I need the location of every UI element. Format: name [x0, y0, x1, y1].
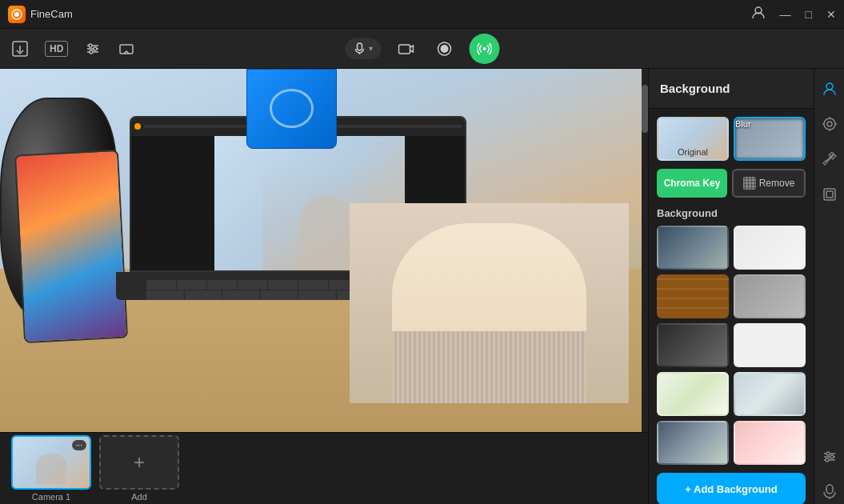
svg-point-9	[90, 50, 93, 54]
svg-rect-10	[120, 45, 133, 54]
chroma-key-button[interactable]: Chroma Key	[657, 169, 727, 198]
camera-button[interactable]	[392, 35, 419, 62]
maximize-icon[interactable]: □	[806, 8, 812, 21]
svg-point-17	[824, 118, 835, 130]
background-section-title: Background	[657, 207, 806, 219]
camera-strip: ··· Camera 1 + Add	[0, 432, 648, 504]
right-panel: Background Original Blur Chroma Key	[648, 69, 814, 504]
panel-title: Background	[660, 82, 730, 95]
preview-scrollbar[interactable]	[642, 69, 648, 432]
app-logo: FineCam	[8, 6, 73, 23]
svg-point-18	[827, 122, 832, 126]
remove-label: Remove	[759, 178, 795, 189]
side-icon-person[interactable]	[818, 77, 842, 101]
add-camera-button[interactable]: +	[99, 435, 179, 490]
background-grid	[657, 226, 806, 465]
toolbar: HD ▾	[0, 29, 844, 69]
preview-area: ··· Camera 1 + Add	[0, 69, 648, 504]
camera-thumb-label: Camera 1	[32, 492, 70, 502]
background-panel: Original Blur Chroma Key Remove Backgrou…	[649, 109, 814, 504]
bg-tile-3[interactable]	[734, 274, 806, 318]
svg-point-7	[89, 44, 92, 47]
svg-point-29	[830, 455, 834, 458]
original-tile[interactable]: Original	[657, 117, 729, 161]
camera-view	[0, 69, 648, 432]
app-title: FineCam	[30, 8, 73, 20]
side-icon-mic[interactable]	[818, 480, 842, 504]
bg-tile-0[interactable]	[657, 226, 729, 270]
side-icon-strip	[814, 69, 844, 504]
svg-point-30	[826, 458, 829, 462]
panel-header: Background	[649, 69, 814, 109]
side-icon-sliders[interactable]	[818, 445, 842, 469]
minimize-icon[interactable]: —	[780, 8, 791, 21]
center-controls: ▾	[345, 34, 499, 64]
hd-button[interactable]: HD	[45, 41, 68, 57]
remove-button[interactable]: Remove	[732, 169, 806, 198]
cast-button[interactable]	[118, 40, 135, 58]
filters-button[interactable]	[84, 40, 102, 58]
scrollbar-thumb[interactable]	[642, 85, 648, 133]
blur-tile[interactable]: Blur	[734, 117, 806, 161]
camera-thumb-menu[interactable]: ···	[72, 440, 86, 450]
side-icon-tools[interactable]	[818, 147, 842, 171]
svg-point-1	[14, 12, 19, 17]
side-icon-layers[interactable]	[818, 182, 842, 206]
svg-point-28	[826, 452, 830, 455]
blue-phone-top	[246, 69, 337, 149]
bg-tile-6[interactable]	[657, 372, 729, 416]
side-icon-effects[interactable]	[818, 112, 842, 136]
blur-label: Blur	[735, 119, 751, 129]
camera-person	[350, 203, 628, 403]
svg-rect-11	[357, 43, 362, 50]
add-camera-label: Add	[131, 492, 147, 502]
bg-tile-1[interactable]	[734, 226, 806, 270]
action-row: Chroma Key Remove	[657, 169, 806, 198]
svg-rect-23	[824, 189, 835, 200]
broadcast-button[interactable]	[469, 34, 499, 64]
svg-rect-24	[826, 191, 833, 198]
camera-thumb-1[interactable]: ···	[11, 435, 91, 490]
bg-tile-5[interactable]	[734, 323, 806, 367]
svg-rect-31	[826, 485, 833, 494]
original-label: Original	[658, 147, 727, 157]
svg-point-8	[94, 47, 97, 50]
tablet	[14, 150, 128, 344]
bg-tile-7[interactable]	[734, 372, 806, 416]
main-area: ··· Camera 1 + Add Background Original	[0, 69, 844, 504]
bg-tile-8[interactable]	[657, 421, 729, 465]
add-background-button[interactable]: + Add Background	[657, 473, 806, 504]
window-controls: — □ ✕	[751, 6, 836, 23]
close-icon[interactable]: ✕	[826, 8, 836, 21]
svg-rect-13	[398, 45, 410, 54]
export-button[interactable]	[11, 40, 29, 58]
mic-chevron: ▾	[369, 44, 373, 53]
camera-background	[0, 69, 648, 432]
bg-tile-9[interactable]	[734, 421, 806, 465]
svg-point-15	[440, 45, 448, 53]
mic-button[interactable]: ▾	[345, 38, 381, 59]
svg-point-16	[826, 83, 833, 90]
titlebar: FineCam — □ ✕	[0, 0, 844, 29]
add-camera-wrapper: + Add	[99, 435, 179, 502]
mode-tiles-row: Original Blur	[657, 117, 806, 161]
logo-icon	[8, 6, 26, 23]
account-icon[interactable]	[751, 6, 766, 23]
record-button[interactable]	[430, 35, 458, 62]
bg-tile-2[interactable]	[657, 274, 729, 318]
bg-tile-4[interactable]	[657, 323, 729, 367]
camera-thumb-wrapper: ··· Camera 1	[11, 435, 91, 502]
